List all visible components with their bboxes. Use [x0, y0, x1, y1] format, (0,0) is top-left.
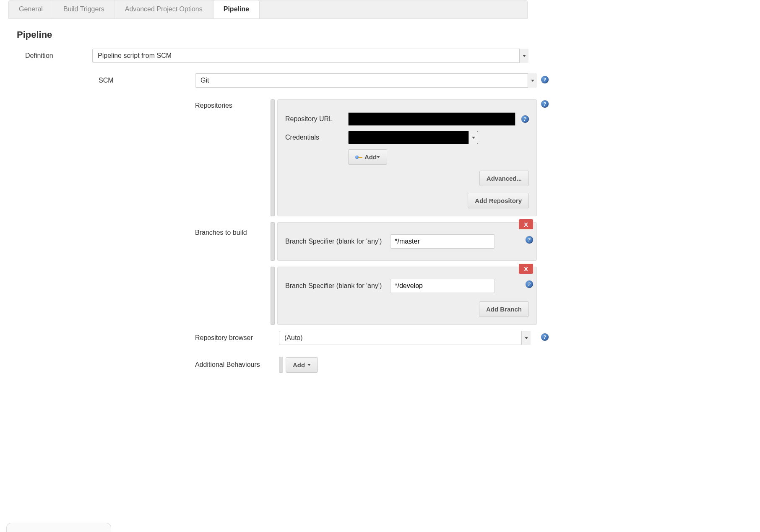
definition-select[interactable]: Pipeline script from SCM	[92, 49, 528, 63]
branch-panel: X Branch Specifier (blank for 'any') ?	[277, 222, 537, 261]
label-repository-browser: Repository browser	[195, 334, 279, 342]
drag-handle[interactable]	[271, 222, 275, 261]
label-definition: Definition	[25, 52, 92, 60]
tab-advanced-options[interactable]: Advanced Project Options	[115, 0, 213, 18]
remove-branch-button[interactable]: X	[519, 264, 533, 274]
label-branch-specifier: Branch Specifier (blank for 'any')	[285, 238, 382, 245]
add-repository-button[interactable]: Add Repository	[468, 193, 529, 208]
remove-branch-button[interactable]: X	[519, 219, 533, 229]
help-icon[interactable]: ?	[541, 76, 549, 83]
help-icon[interactable]: ?	[526, 280, 533, 288]
tab-general[interactable]: General	[9, 0, 53, 18]
chevron-down-icon	[521, 331, 531, 345]
repository-browser-value: (Auto)	[284, 334, 303, 342]
credentials-select[interactable]	[348, 131, 478, 144]
key-icon	[355, 156, 362, 159]
label-repository-url: Repository URL	[285, 115, 348, 123]
section-title-pipeline: Pipeline	[8, 19, 537, 44]
branch-specifier-input[interactable]	[390, 234, 495, 249]
label-branch-specifier: Branch Specifier (blank for 'any')	[285, 282, 382, 290]
advanced-button[interactable]: Advanced...	[479, 171, 529, 186]
chevron-down-icon	[528, 73, 537, 88]
drag-handle[interactable]	[279, 357, 283, 373]
label-repositories: Repositories	[195, 99, 271, 109]
branch-panel: X Branch Specifier (blank for 'any') ? A…	[277, 267, 537, 325]
repository-panel: Repository URL ? Credentials Add	[277, 99, 537, 216]
label-scm: SCM	[99, 77, 195, 84]
add-behaviour-button[interactable]: Add	[286, 357, 318, 373]
help-icon[interactable]: ?	[541, 100, 549, 108]
repository-browser-select[interactable]: (Auto)	[279, 331, 531, 345]
label-credentials: Credentials	[285, 134, 348, 141]
drag-handle[interactable]	[271, 99, 275, 216]
scm-select[interactable]: Git	[195, 73, 537, 88]
branch-specifier-input[interactable]	[390, 279, 495, 293]
chevron-down-icon	[468, 131, 478, 144]
drag-handle[interactable]	[271, 267, 275, 325]
add-branch-button[interactable]: Add Branch	[479, 301, 529, 317]
scm-value: Git	[200, 77, 209, 84]
definition-value: Pipeline script from SCM	[98, 52, 172, 60]
add-credentials-button[interactable]: Add	[348, 149, 387, 165]
repository-url-input[interactable]	[348, 112, 515, 126]
help-icon[interactable]: ?	[521, 115, 529, 123]
config-tabs: General Build Triggers Advanced Project …	[8, 0, 528, 19]
help-icon[interactable]: ?	[526, 236, 533, 244]
label-additional-behaviours: Additional Behaviours	[195, 361, 279, 369]
tab-pipeline[interactable]: Pipeline	[213, 0, 260, 18]
add-credentials-label: Add	[364, 153, 377, 161]
chevron-down-icon	[307, 364, 311, 366]
chevron-down-icon	[377, 156, 380, 158]
tab-build-triggers[interactable]: Build Triggers	[53, 0, 115, 18]
help-icon[interactable]: ?	[541, 333, 549, 341]
add-behaviour-label: Add	[293, 361, 305, 369]
label-branches: Branches to build	[195, 222, 271, 236]
chevron-down-icon	[519, 49, 528, 63]
